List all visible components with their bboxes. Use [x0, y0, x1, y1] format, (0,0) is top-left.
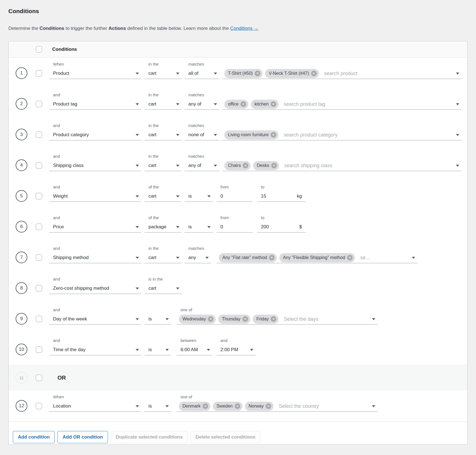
remove-tag-icon[interactable]: ✕: [241, 101, 246, 107]
select-all-checkbox[interactable]: [36, 46, 42, 52]
dropdown-select[interactable]: cart: [145, 68, 182, 79]
dropdown-select[interactable]: 6:00 AM: [177, 344, 212, 355]
dropdown-select[interactable]: cart: [145, 99, 182, 110]
remove-tag-icon[interactable]: ✕: [271, 132, 276, 138]
condition-field: Chairs✕Desks✕search shipping class: [222, 150, 461, 180]
row-checkbox[interactable]: [36, 254, 42, 261]
add-or-condition-button[interactable]: Add OR condition: [57, 431, 108, 443]
row-checkbox[interactable]: [36, 101, 42, 107]
dropdown-select[interactable]: Shipping class: [49, 160, 141, 171]
remove-tag-icon[interactable]: ✕: [242, 316, 248, 322]
field-label: When: [53, 62, 64, 66]
remove-tag-icon[interactable]: ✕: [271, 163, 277, 168]
dropdown-select[interactable]: Product category: [49, 130, 141, 140]
tag-pill: Any "Flexible Shipping" method✕: [279, 253, 355, 262]
dropdown-select[interactable]: cart: [145, 283, 182, 294]
dropdown-select[interactable]: Zero-cost shipping method: [49, 283, 141, 294]
number-input[interactable]: 0: [217, 191, 253, 202]
duplicate-selected-conditions-button[interactable]: Duplicate selected conditions: [111, 431, 188, 443]
tag-label: Norway: [249, 404, 264, 409]
dropdown-select[interactable]: is: [145, 314, 171, 325]
dropdown-select[interactable]: package: [145, 222, 182, 233]
row-checkbox[interactable]: [36, 316, 42, 322]
placeholder-text: se…: [360, 255, 371, 261]
tags-select[interactable]: T-Shirt (#50)✕V-Neck T-Shirt (#47)✕searc…: [222, 68, 461, 79]
dropdown-select[interactable]: all of: [184, 68, 219, 79]
dropdown-select[interactable]: 2:00 PM: [217, 344, 256, 355]
dropdown-select[interactable]: is: [184, 191, 213, 202]
dropdown-select[interactable]: any: [184, 252, 211, 263]
select-value: Weight: [53, 193, 68, 199]
chevron-down-icon: [214, 165, 217, 167]
field-label: matches: [188, 62, 204, 66]
number-input[interactable]: 200$: [257, 222, 306, 233]
row-checkbox[interactable]: [36, 224, 42, 230]
chevron-down-icon: [207, 195, 211, 197]
row-checkbox[interactable]: [36, 346, 42, 353]
conditions-link[interactable]: Conditions →: [230, 26, 259, 31]
field-label: and: [53, 92, 60, 97]
remove-tag-icon[interactable]: ✕: [347, 255, 353, 260]
remove-tag-icon[interactable]: ✕: [208, 316, 213, 322]
tags-select[interactable]: Chairs✕Desks✕search shipping class: [222, 160, 461, 171]
chevron-down-icon: [136, 257, 139, 259]
dropdown-select[interactable]: is: [145, 401, 171, 412]
field-label: is in the: [148, 277, 163, 281]
row-checkbox[interactable]: [36, 193, 42, 199]
dropdown-select[interactable]: cart: [145, 160, 182, 171]
dropdown-select[interactable]: Price: [49, 222, 141, 233]
row-checkbox[interactable]: [36, 285, 42, 291]
dropdown-select[interactable]: cart: [145, 191, 182, 202]
remove-tag-icon[interactable]: ✕: [255, 71, 260, 76]
row-checkbox[interactable]: [36, 162, 42, 169]
number-input[interactable]: 15kg: [257, 191, 306, 202]
select-value: Product category: [53, 132, 89, 138]
chevron-down-icon: [176, 257, 179, 259]
condition-field: to15kg: [257, 180, 306, 211]
row-checkbox[interactable]: [36, 403, 42, 409]
dropdown-select[interactable]: Product tag: [49, 99, 141, 110]
row-checkbox[interactable]: [36, 131, 42, 138]
dropdown-select[interactable]: cart: [145, 130, 182, 140]
remove-tag-icon[interactable]: ✕: [271, 101, 276, 107]
tag-label: T-Shirt (#50): [228, 71, 253, 76]
dropdown-select[interactable]: Time of the day: [49, 344, 141, 355]
chevron-down-icon: [207, 226, 211, 228]
dropdown-select[interactable]: none of: [184, 130, 219, 140]
tags-select[interactable]: office✕kitchen✕search product tag: [222, 99, 461, 110]
dropdown-select[interactable]: cart: [145, 252, 182, 263]
remove-tag-icon[interactable]: ✕: [311, 71, 317, 76]
chevron-down-icon: [372, 318, 375, 320]
tags-select[interactable]: Living room furniture✕search product cat…: [222, 130, 461, 140]
tag-pill: Wednesday✕: [179, 315, 216, 324]
delete-selected-conditions-button[interactable]: Delete selected conditions: [191, 431, 260, 443]
add-condition-button[interactable]: Add condition: [13, 431, 55, 443]
dropdown-select[interactable]: any of: [184, 160, 219, 171]
dropdown-select[interactable]: Product: [49, 68, 141, 79]
dropdown-select[interactable]: any of: [184, 99, 219, 110]
tags-select[interactable]: Denmark✕Sweden✕Norway✕Select the country: [177, 401, 378, 412]
field-label: and: [53, 215, 60, 220]
number-input[interactable]: 0: [217, 222, 253, 233]
remove-tag-icon[interactable]: ✕: [269, 255, 275, 260]
field-label: in the: [148, 246, 159, 251]
tag-pill: Chairs✕: [224, 161, 251, 170]
dropdown-select[interactable]: Shipping method: [49, 252, 141, 263]
tags-select[interactable]: Wednesday✕Thursday✕Friday✕Select the day…: [177, 314, 378, 325]
remove-tag-icon[interactable]: ✕: [243, 163, 248, 168]
remove-tag-icon[interactable]: ✕: [271, 316, 276, 322]
remove-tag-icon[interactable]: ✕: [235, 403, 240, 409]
dropdown-select[interactable]: Location: [49, 401, 141, 412]
remove-tag-icon[interactable]: ✕: [266, 403, 271, 409]
dropdown-select[interactable]: Day of the week: [49, 314, 141, 325]
dropdown-select[interactable]: is: [184, 222, 213, 233]
chevron-down-icon: [136, 134, 139, 136]
row-checkbox[interactable]: [36, 70, 42, 76]
or-row: 11OR: [9, 365, 467, 390]
tags-select[interactable]: Any "Flat rate" method✕Any "Flexible Shi…: [217, 252, 417, 263]
condition-field: one ofDenmark✕Sweden✕Norway✕Select the c…: [177, 390, 378, 422]
dropdown-select[interactable]: Weight: [49, 191, 141, 202]
remove-tag-icon[interactable]: ✕: [203, 403, 208, 409]
row-checkbox[interactable]: [36, 375, 42, 381]
dropdown-select[interactable]: is: [145, 344, 171, 355]
